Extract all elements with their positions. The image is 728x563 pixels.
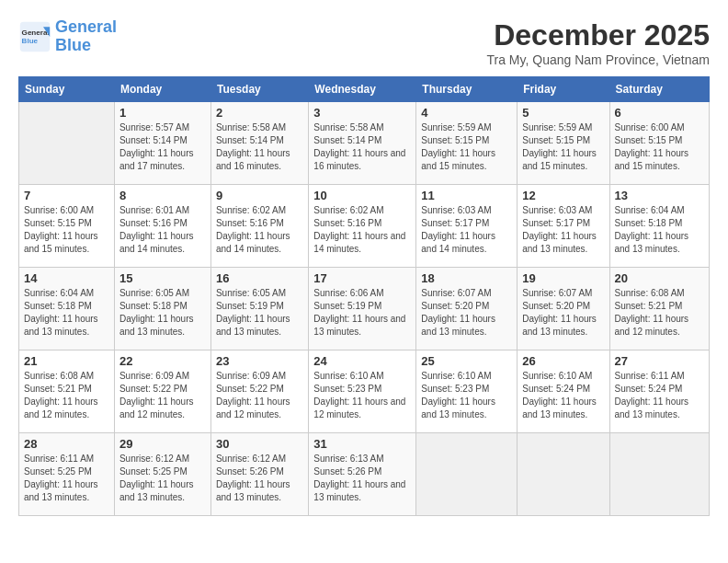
day-info: Sunrise: 6:02 AM Sunset: 5:16 PM Dayligh…: [313, 204, 411, 256]
day-info: Sunrise: 6:08 AM Sunset: 5:21 PM Dayligh…: [615, 287, 705, 339]
day-info: Sunrise: 5:57 AM Sunset: 5:14 PM Dayligh…: [119, 121, 206, 173]
day-info: Sunrise: 6:05 AM Sunset: 5:19 PM Dayligh…: [216, 287, 303, 339]
header-tuesday: Tuesday: [210, 77, 308, 102]
day-number: 7: [24, 189, 109, 202]
day-info: Sunrise: 6:11 AM Sunset: 5:25 PM Dayligh…: [24, 453, 109, 504]
day-number: 2: [216, 106, 303, 120]
day-info: Sunrise: 6:09 AM Sunset: 5:22 PM Dayligh…: [119, 370, 206, 421]
calendar-header-row: SundayMondayTuesdayWednesdayThursdayFrid…: [19, 77, 710, 102]
day-number: 16: [216, 271, 303, 285]
calendar-cell: 10Sunrise: 6:02 AM Sunset: 5:16 PM Dayli…: [309, 185, 416, 268]
logo-text: GeneralBlue: [55, 18, 117, 55]
day-number: 20: [615, 271, 705, 285]
calendar-cell: 21Sunrise: 6:08 AM Sunset: 5:21 PM Dayli…: [19, 350, 115, 433]
calendar-cell: 16Sunrise: 6:05 AM Sunset: 5:19 PM Dayli…: [210, 268, 308, 350]
title-section: December 2025 Tra My, Quang Nam Province…: [487, 18, 711, 67]
day-info: Sunrise: 6:04 AM Sunset: 5:18 PM Dayligh…: [615, 204, 705, 256]
day-info: Sunrise: 5:59 AM Sunset: 5:15 PM Dayligh…: [522, 121, 604, 173]
calendar-table: SundayMondayTuesdayWednesdayThursdayFrid…: [18, 76, 710, 516]
calendar-cell: 6Sunrise: 6:00 AM Sunset: 5:15 PM Daylig…: [609, 102, 710, 185]
day-number: 6: [615, 106, 705, 120]
calendar-cell: 15Sunrise: 6:05 AM Sunset: 5:18 PM Dayli…: [114, 268, 210, 350]
day-number: 11: [421, 189, 512, 202]
calendar-week-row: 21Sunrise: 6:08 AM Sunset: 5:21 PM Dayli…: [19, 350, 710, 433]
calendar-cell: 4Sunrise: 5:59 AM Sunset: 5:15 PM Daylig…: [416, 102, 518, 185]
day-info: Sunrise: 6:02 AM Sunset: 5:16 PM Dayligh…: [216, 204, 303, 256]
calendar-cell: 2Sunrise: 5:58 AM Sunset: 5:14 PM Daylig…: [210, 102, 308, 185]
day-number: 13: [615, 189, 705, 202]
day-info: Sunrise: 6:10 AM Sunset: 5:24 PM Dayligh…: [522, 370, 604, 421]
calendar-cell: 23Sunrise: 6:09 AM Sunset: 5:22 PM Dayli…: [210, 350, 308, 433]
calendar-week-row: 28Sunrise: 6:11 AM Sunset: 5:25 PM Dayli…: [19, 433, 710, 516]
header-saturday: Saturday: [609, 77, 710, 102]
calendar-cell: 25Sunrise: 6:10 AM Sunset: 5:23 PM Dayli…: [416, 350, 518, 433]
calendar-cell: 19Sunrise: 6:07 AM Sunset: 5:20 PM Dayli…: [518, 268, 609, 350]
day-info: Sunrise: 6:12 AM Sunset: 5:26 PM Dayligh…: [216, 453, 303, 504]
day-number: 3: [313, 106, 411, 120]
day-info: Sunrise: 6:10 AM Sunset: 5:23 PM Dayligh…: [313, 370, 411, 421]
svg-text:Blue: Blue: [22, 37, 39, 45]
calendar-cell: 11Sunrise: 6:03 AM Sunset: 5:17 PM Dayli…: [416, 185, 518, 268]
day-info: Sunrise: 6:07 AM Sunset: 5:20 PM Dayligh…: [421, 287, 512, 339]
calendar-cell: 13Sunrise: 6:04 AM Sunset: 5:18 PM Dayli…: [609, 185, 710, 268]
logo-icon: General Blue: [18, 20, 51, 53]
calendar-cell: 28Sunrise: 6:11 AM Sunset: 5:25 PM Dayli…: [19, 433, 115, 516]
day-number: 30: [216, 437, 303, 451]
day-number: 27: [615, 354, 705, 368]
calendar-week-row: 7Sunrise: 6:00 AM Sunset: 5:15 PM Daylig…: [19, 185, 710, 268]
day-info: Sunrise: 6:00 AM Sunset: 5:15 PM Dayligh…: [615, 121, 705, 173]
day-info: Sunrise: 6:11 AM Sunset: 5:24 PM Dayligh…: [615, 370, 705, 421]
calendar-cell: [416, 433, 518, 516]
day-info: Sunrise: 6:12 AM Sunset: 5:25 PM Dayligh…: [119, 453, 206, 504]
day-number: 15: [119, 271, 206, 285]
header-wednesday: Wednesday: [309, 77, 416, 102]
calendar-cell: [19, 102, 115, 185]
calendar-cell: 18Sunrise: 6:07 AM Sunset: 5:20 PM Dayli…: [416, 268, 518, 350]
month-title: December 2025: [487, 18, 711, 52]
day-number: 28: [24, 437, 109, 451]
calendar-cell: 7Sunrise: 6:00 AM Sunset: 5:15 PM Daylig…: [19, 185, 115, 268]
calendar-cell: 8Sunrise: 6:01 AM Sunset: 5:16 PM Daylig…: [114, 185, 210, 268]
day-info: Sunrise: 6:03 AM Sunset: 5:17 PM Dayligh…: [522, 204, 604, 256]
calendar-cell: 17Sunrise: 6:06 AM Sunset: 5:19 PM Dayli…: [309, 268, 416, 350]
day-info: Sunrise: 6:06 AM Sunset: 5:19 PM Dayligh…: [313, 287, 411, 339]
day-info: Sunrise: 6:07 AM Sunset: 5:20 PM Dayligh…: [522, 287, 604, 339]
calendar-cell: 26Sunrise: 6:10 AM Sunset: 5:24 PM Dayli…: [518, 350, 609, 433]
day-number: 17: [313, 271, 411, 285]
day-number: 12: [522, 189, 604, 202]
svg-text:General: General: [22, 29, 50, 37]
day-number: 25: [421, 354, 512, 368]
day-info: Sunrise: 5:58 AM Sunset: 5:14 PM Dayligh…: [216, 121, 303, 173]
day-number: 29: [119, 437, 206, 451]
day-info: Sunrise: 6:03 AM Sunset: 5:17 PM Dayligh…: [421, 204, 512, 256]
calendar-cell: 31Sunrise: 6:13 AM Sunset: 5:26 PM Dayli…: [309, 433, 416, 516]
calendar-week-row: 14Sunrise: 6:04 AM Sunset: 5:18 PM Dayli…: [19, 268, 710, 350]
day-info: Sunrise: 6:09 AM Sunset: 5:22 PM Dayligh…: [216, 370, 303, 421]
day-info: Sunrise: 6:08 AM Sunset: 5:21 PM Dayligh…: [24, 370, 109, 421]
day-number: 8: [119, 189, 206, 202]
logo: General Blue GeneralBlue: [18, 18, 117, 55]
page-header: General Blue GeneralBlue December 2025 T…: [18, 18, 710, 67]
day-number: 10: [313, 189, 411, 202]
calendar-cell: 12Sunrise: 6:03 AM Sunset: 5:17 PM Dayli…: [518, 185, 609, 268]
calendar-cell: 30Sunrise: 6:12 AM Sunset: 5:26 PM Dayli…: [210, 433, 308, 516]
day-number: 5: [522, 106, 604, 120]
calendar-cell: 3Sunrise: 5:58 AM Sunset: 5:14 PM Daylig…: [309, 102, 416, 185]
day-info: Sunrise: 6:13 AM Sunset: 5:26 PM Dayligh…: [313, 453, 411, 504]
header-friday: Friday: [518, 77, 609, 102]
day-info: Sunrise: 6:05 AM Sunset: 5:18 PM Dayligh…: [119, 287, 206, 339]
calendar-cell: 22Sunrise: 6:09 AM Sunset: 5:22 PM Dayli…: [114, 350, 210, 433]
calendar-cell: 1Sunrise: 5:57 AM Sunset: 5:14 PM Daylig…: [114, 102, 210, 185]
day-number: 24: [313, 354, 411, 368]
day-number: 14: [24, 271, 109, 285]
header-thursday: Thursday: [416, 77, 518, 102]
day-info: Sunrise: 6:04 AM Sunset: 5:18 PM Dayligh…: [24, 287, 109, 339]
header-monday: Monday: [114, 77, 210, 102]
day-number: 31: [313, 437, 411, 451]
calendar-week-row: 1Sunrise: 5:57 AM Sunset: 5:14 PM Daylig…: [19, 102, 710, 185]
day-number: 18: [421, 271, 512, 285]
calendar-cell: 20Sunrise: 6:08 AM Sunset: 5:21 PM Dayli…: [609, 268, 710, 350]
day-number: 4: [421, 106, 512, 120]
calendar-cell: 9Sunrise: 6:02 AM Sunset: 5:16 PM Daylig…: [210, 185, 308, 268]
day-number: 21: [24, 354, 109, 368]
